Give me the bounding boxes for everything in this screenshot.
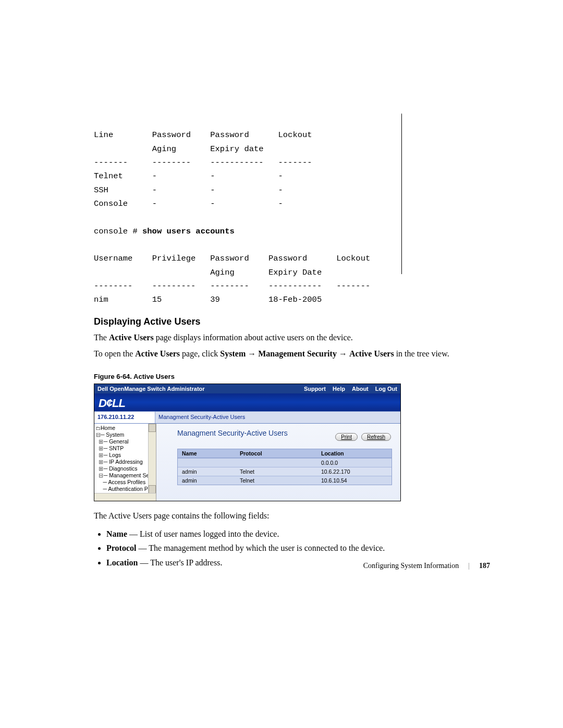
shot-titlebar: Dell OpenManage Switch Administrator Sup… xyxy=(94,384,400,393)
terminal-block: Line Password Password Lockout Aging Exp… xyxy=(94,115,490,307)
col-name: Name xyxy=(178,449,236,458)
dell-logo: D¢LL xyxy=(99,397,125,410)
users-table-header: Name Protocol Location xyxy=(178,449,391,458)
chapter-name: Configuring System Information xyxy=(363,562,459,570)
t: Line Password Password Lockout Aging Exp… xyxy=(94,130,370,304)
tree-ip[interactable]: ⊞─ IP Addressing xyxy=(95,459,156,465)
ip-address: 176.210.11.22 xyxy=(94,412,155,423)
page-content: Line Password Password Lockout Aging Exp… xyxy=(94,115,490,570)
tree-logs[interactable]: ⊞─ Logs xyxy=(95,452,156,459)
info-bar: 176.210.11.22 Managment Security-Active … xyxy=(94,411,400,424)
para-1: The Active Users page displays informati… xyxy=(94,331,490,344)
help-link[interactable]: Help xyxy=(333,386,345,392)
users-table: Name Protocol Location 0.0.0.0 admin Tel… xyxy=(177,449,392,485)
page-number: 187 xyxy=(479,562,490,570)
figure-caption: Figure 6-64. Active Users xyxy=(94,373,490,380)
page-footer: Configuring System Information | 187 xyxy=(94,562,490,570)
brand-bar: D¢LL xyxy=(94,393,400,411)
table-row: admin Telnet 10.6.22.170 xyxy=(178,467,391,476)
content-pane: Managment Security-Active Users Print Re… xyxy=(156,424,400,501)
col-location: Location xyxy=(317,449,391,458)
print-button[interactable]: Print xyxy=(335,433,358,441)
tree-mgmt[interactable]: ⊟─ Management Securit xyxy=(95,472,156,479)
tree-scrollbar-y[interactable] xyxy=(148,424,156,493)
list-item: Name — List of user names logged into th… xyxy=(106,527,490,541)
table-row: 0.0.0.0 xyxy=(178,458,391,467)
refresh-button[interactable]: Refresh xyxy=(361,433,391,441)
tree-scrollbar-x[interactable] xyxy=(94,493,156,501)
footer-sep: | xyxy=(468,562,470,570)
tree-home[interactable]: 🗀Home xyxy=(95,425,156,431)
post-intro: The Active Users page contains the follo… xyxy=(94,510,490,523)
screenshot: Dell OpenManage Switch Administrator Sup… xyxy=(94,384,401,501)
tree-sntp[interactable]: ⊞─ SNTP xyxy=(95,445,156,452)
col-protocol: Protocol xyxy=(236,449,317,458)
app-title: Dell OpenManage Switch Administrator xyxy=(97,384,205,393)
tree-authpr[interactable]: ─ Authentication Pr xyxy=(95,486,156,492)
logout-link[interactable]: Log Out xyxy=(375,386,397,392)
section-title: Displaying Active Users xyxy=(94,316,490,327)
support-link[interactable]: Support xyxy=(304,386,326,392)
about-link[interactable]: About xyxy=(352,386,369,392)
nav-tree[interactable]: 🗀Home ⊟─ System ⊞─ General ⊞─ SNTP ⊞─ Lo… xyxy=(94,424,156,501)
tree-system[interactable]: ⊟─ System xyxy=(95,431,156,438)
table-row: admin Telnet 10.6.10.54 xyxy=(178,476,391,485)
tree-diag[interactable]: ⊞─ Diagnostics xyxy=(95,465,156,472)
list-item: Protocol — The management method by whic… xyxy=(106,541,490,555)
breadcrumb: Managment Security-Active Users xyxy=(155,412,400,423)
para-2: To open the Active Users page, click Sys… xyxy=(94,348,490,361)
tree-general[interactable]: ⊞─ General xyxy=(95,438,156,445)
titlebar-links: Support Help About Log Out xyxy=(299,384,397,393)
tree-access[interactable]: ─ Access Profiles xyxy=(95,479,156,486)
